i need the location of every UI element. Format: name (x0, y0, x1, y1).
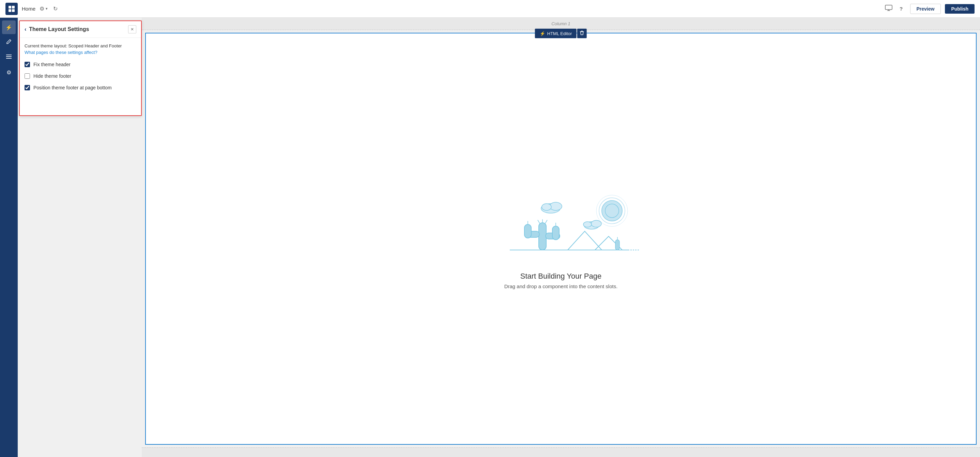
svg-rect-25 (552, 226, 559, 240)
publish-button[interactable]: Publish (945, 4, 975, 14)
position-footer-label: Position theme footer at page bottom (33, 85, 112, 90)
cta-subtitle: Drag and drop a component into the conte… (504, 283, 618, 289)
column-label: Column 1 (551, 21, 570, 26)
logo-icon[interactable] (5, 3, 18, 15)
editor-area: ⚡ HTML Editor (145, 33, 977, 445)
desert-illustration (479, 189, 643, 264)
svg-point-19 (583, 222, 592, 227)
svg-rect-23 (524, 224, 531, 238)
current-layout-text: Current theme layout: Scoped Header and … (24, 43, 136, 48)
panel-body: Current theme layout: Scoped Header and … (20, 38, 141, 102)
preview-button[interactable]: Preview (910, 4, 941, 14)
sidebar-item-lightning[interactable]: ⚡ (2, 21, 16, 34)
sidebar-item-settings[interactable]: ⚙ (2, 66, 16, 79)
sidebar-item-menu[interactable] (2, 51, 16, 64)
lightning-editor-icon: ⚡ (540, 31, 545, 36)
panel-header: ‹ Theme Layout Settings ✕ (20, 21, 141, 38)
top-nav: Home ⚙ ▾ ↻ ? Preview Publish (0, 0, 980, 18)
hide-footer-checkbox[interactable] (24, 74, 30, 79)
theme-layout-settings-panel: ‹ Theme Layout Settings ✕ Current theme … (19, 21, 142, 116)
panel-title: Theme Layout Settings (29, 26, 126, 32)
hide-footer-label: Hide theme footer (33, 74, 71, 79)
svg-point-16 (542, 204, 551, 211)
svg-rect-0 (8, 6, 11, 8)
page-title: Home (22, 6, 35, 11)
monitor-button[interactable] (885, 5, 892, 13)
fix-header-label: Fix theme header (33, 62, 70, 67)
delete-block-button[interactable] (577, 29, 587, 38)
svg-line-28 (545, 220, 547, 224)
svg-rect-21 (539, 223, 546, 250)
refresh-icon: ↻ (53, 6, 57, 11)
help-button[interactable]: ? (897, 4, 906, 14)
affects-link[interactable]: What pages do these settings affect? (24, 50, 136, 55)
gear-button[interactable]: ⚙ ▾ (40, 5, 48, 12)
chevron-down-icon: ▾ (46, 6, 48, 11)
refresh-button[interactable]: ↻ (53, 5, 57, 12)
panel-back-button[interactable]: ‹ (24, 26, 26, 32)
left-sidebar: ⚡ ⚙ (0, 18, 18, 457)
top-stripe: Column 1 (142, 18, 980, 30)
sidebar-item-edit[interactable] (2, 35, 16, 49)
fix-header-checkbox[interactable] (24, 62, 30, 67)
cta-title: Start Building Your Page (520, 272, 602, 281)
svg-rect-3 (12, 9, 15, 12)
panel-wrapper: ‹ Theme Layout Settings ✕ Current theme … (18, 18, 142, 457)
checkbox-hide-footer-row: Hide theme footer (24, 74, 136, 79)
lightning-icon: ⚡ (5, 24, 12, 31)
gear-icon: ⚙ (40, 5, 44, 12)
svg-rect-1 (12, 6, 15, 8)
main-area: ⚡ ⚙ ‹ Theme L (0, 18, 980, 457)
panel-close-button[interactable]: ✕ (128, 25, 136, 34)
content-area: Column 1 ⚡ HTML Editor (142, 18, 980, 457)
checkbox-fix-header-row: Fix theme header (24, 62, 136, 67)
bottom-stripe (142, 447, 980, 457)
menu-icon (6, 54, 11, 61)
html-editor-button[interactable]: ⚡ HTML Editor (535, 29, 577, 38)
settings-icon: ⚙ (6, 69, 11, 76)
editor-toolbar: ⚡ HTML Editor (535, 29, 587, 38)
edit-icon (6, 39, 11, 46)
position-footer-checkbox[interactable] (24, 85, 30, 90)
svg-point-18 (591, 221, 601, 227)
svg-rect-2 (8, 9, 11, 12)
close-icon: ✕ (130, 27, 134, 32)
svg-line-27 (538, 220, 540, 224)
svg-point-10 (602, 201, 622, 221)
checkbox-position-footer-row: Position theme footer at page bottom (24, 85, 136, 90)
svg-rect-4 (885, 5, 892, 10)
svg-rect-31 (616, 240, 619, 250)
illustration-area: Start Building Your Page Drag and drop a… (472, 34, 649, 444)
trash-icon (580, 31, 584, 37)
